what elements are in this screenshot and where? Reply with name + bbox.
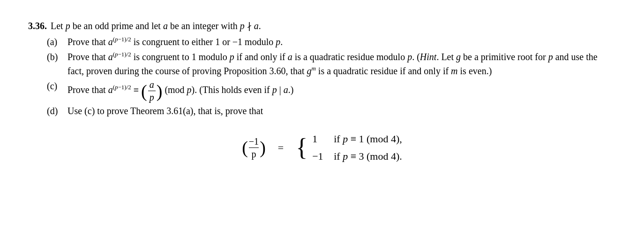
case2-value: −1	[312, 148, 325, 164]
part-b: (b) Prove that a(p−1)/2 is congruent to …	[47, 50, 616, 78]
brace-cases: 1 if p ≡ 1 (mod 4), −1 if p ≡ 3 (mod 4).	[312, 131, 402, 164]
frac-den-d: p	[250, 148, 257, 160]
part-c-content: Prove that a(p−1)/2 ≡ ( a p ) (mod p). (…	[67, 79, 616, 103]
brace-case-1: 1 if p ≡ 1 (mod 4),	[312, 131, 402, 147]
part-b-content: Prove that a(p−1)/2 is congruent to 1 mo…	[67, 50, 616, 78]
case1-condition: if p ≡ 1 (mod 4),	[334, 131, 402, 147]
problem-header: 3.36. Let p be an odd prime and let a be…	[28, 19, 616, 33]
part-a-label: (a)	[47, 35, 67, 49]
fraction-c: a p	[148, 79, 156, 103]
frac-den-c: p	[148, 91, 156, 103]
part-d-content: Use (c) to prove Theorem 3.61(a), that i…	[67, 104, 616, 118]
problem-container: 3.36. Let p be an odd prime and let a be…	[28, 19, 616, 164]
left-paren-c: (	[141, 82, 147, 100]
left-brace: {	[296, 135, 307, 160]
case2-condition: if p ≡ 3 (mod 4).	[334, 148, 402, 164]
fraction-d: −1 p	[249, 136, 259, 160]
brace-system: { 1 if p ≡ 1 (mod 4), −1 if p ≡ 3 (mod 4…	[296, 131, 402, 164]
parts-list: (a) Prove that a(p−1)/2 is congruent to …	[47, 35, 616, 118]
frac-num-c: a	[148, 79, 156, 91]
problem-intro: Let p be an odd prime and let a be an in…	[51, 19, 261, 33]
part-b-label: (b)	[47, 50, 67, 64]
case1-value: 1	[312, 131, 325, 147]
legendre-symbol-c: ( a p )	[141, 79, 162, 103]
part-d: (d) Use (c) to prove Theorem 3.61(a), th…	[47, 104, 616, 118]
brace-case-2: −1 if p ≡ 3 (mod 4).	[312, 148, 402, 164]
part-c: (c) Prove that a(p−1)/2 ≡ ( a p ) (mod p…	[47, 79, 616, 103]
part-a: (a) Prove that a(p−1)/2 is congruent to …	[47, 35, 616, 49]
formula-display: ( −1 p ) = { 1 if p ≡ 1 (mod 4), −1 if p…	[28, 131, 616, 164]
frac-num-d: −1	[249, 136, 259, 148]
equals-sign: =	[278, 140, 284, 155]
left-paren-d: (	[242, 139, 248, 156]
right-paren-d: )	[260, 139, 266, 156]
problem-number: 3.36.	[28, 19, 47, 33]
right-paren-c: )	[157, 82, 163, 100]
part-c-label: (c)	[47, 79, 67, 93]
part-d-label: (d)	[47, 104, 67, 118]
part-a-content: Prove that a(p−1)/2 is congruent to eith…	[67, 35, 616, 49]
legendre-symbol-d: ( −1 p )	[242, 136, 266, 160]
